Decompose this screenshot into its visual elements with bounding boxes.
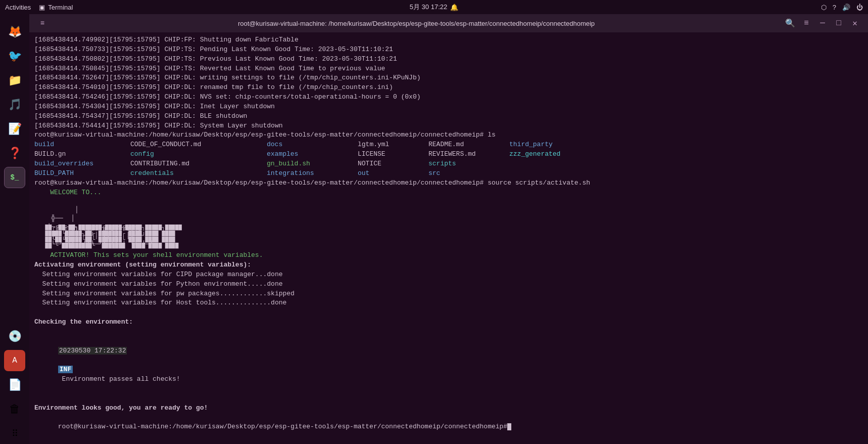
ls-prompt: root@kurisaw-virtual-machine:/home/kuris… [34,131,496,139]
file-license: LICENSE [358,150,428,159]
activator-line: ACTIVATOR! This sets your shell environm… [34,251,863,260]
blank-line-3 [34,394,863,404]
file-list-row-4: BUILD_PATH credentials integrations out … [34,169,863,179]
final-prompt-line: root@kurisaw-virtual-machine:/home/kuris… [34,413,863,442]
file-credentials: credentials [130,169,267,179]
env-looks-line: Environment looks good, you are ready to… [34,404,863,413]
env-host-line: Setting environment variables for Host t… [34,298,863,308]
log-line-2: [1685438414.750733][15795:15795] CHIP:TS… [34,45,863,55]
taskbar-thunderbird[interactable]: 🐦 [4,46,25,67]
activating-env-line: Activating environment (setting environm… [34,260,863,270]
checking-bold-text: Checking the environment: [34,318,133,326]
taskbar-writer[interactable]: 📄 [4,374,25,395]
taskbar: 🦊 🐦 📁 🎵 📝 ❓ $_ 💿 A 📄 🗑 ⠿ [0,0,29,444]
terminal-window: ≡ root@kurisaw-virtual-machine: /home/ku… [29,14,868,444]
taskbar-disk[interactable]: 💿 [4,326,25,347]
terminal-menu-icon[interactable]: ≡ [35,16,50,30]
log-line-9: [1685438414.754347][15795:15795] CHIP:DL… [34,112,863,121]
terminal-content[interactable]: [1685438414.749902][15795:15795] CHIP:FP… [29,32,868,444]
terminal-maximize-button[interactable]: □ [832,16,846,30]
env-looks-text: Environment looks good, you are ready to… [34,404,208,412]
taskbar-files[interactable]: 📁 [4,70,25,91]
power-icon[interactable]: ⏻ [856,4,863,11]
file-lgtm: lgtm.yml [358,140,428,150]
wifi-icon[interactable]: ? [833,4,836,11]
file-build-gn: BUILD.gn [34,150,130,159]
taskbar-trash[interactable]: 🗑 [4,398,25,420]
log-line-6: [1685438414.754010][15795:15795] CHIP:DL… [34,83,863,93]
terminal-minimize-button[interactable]: ─ [815,16,830,30]
file-third-party: third_party [509,140,590,150]
file-examples: examples [267,150,358,159]
file-notice: NOTICE [358,159,428,169]
env-check-text: Environment passes all checks! [58,375,180,383]
terminal-controls: 🔍 ≡ ─ □ ✕ [783,16,862,30]
topbar: Activities ▣ Terminal 5月 30 17:22 🔔 ⬡ ? … [0,0,868,14]
taskbar-rhythmbox[interactable]: 🎵 [4,94,25,115]
file-list-row-3: build_overrides CONTRIBUTING.md gn_build… [34,159,863,169]
final-prompt-text: root@kurisaw-virtual-machine:/home/kuris… [58,423,507,430]
env-pw-line: Setting environment variables for pw pac… [34,289,863,299]
file-build: build [34,140,130,150]
art-line-1: │ [39,206,193,213]
clock-text: 5月 30 17:22 [410,3,447,12]
terminal-taskbar-label: Terminal [48,4,73,11]
taskbar-help[interactable]: ❓ [4,143,25,164]
terminal-menu-button[interactable]: ≡ [799,16,813,30]
log-line-5: [1685438414.752647][15795:15795] CHIP:DL… [34,73,863,83]
welcome-line: WELCOME TO... [34,188,863,198]
terminal-close-button[interactable]: ✕ [848,16,862,30]
taskbar-libreoffice[interactable]: 📝 [4,118,25,140]
art-line-2: ╬── │ [39,214,189,222]
topbar-right: ⬡ ? 🔊 ⏻ [821,4,863,11]
inf-badge: INF [58,366,73,373]
env-cipd-line: Setting environment variables for CIPD p… [34,270,863,280]
clock-widget: 5月 30 17:22 🔔 [410,3,458,12]
activating-bold-text: Activating environment (setting environm… [34,261,251,269]
cursor [507,423,511,430]
activities-button[interactable]: Activities [5,4,31,11]
file-out: out [358,169,428,179]
speaker-icon[interactable]: 🔊 [842,4,850,11]
file-readme: README.md [428,140,509,150]
file-scripts: scripts [428,159,509,169]
file-zzz: zzz_generated [509,150,590,159]
taskbar-grid[interactable]: ⠿ [4,423,25,444]
env-python-line: Setting environment variables for Python… [34,280,863,289]
log-line-1: [1685438414.749902][15795:15795] CHIP:FP… [34,35,863,45]
log-line-10: [1685438414.754414][15795:15795] CHIP:DL… [34,121,863,131]
log-line-4: [1685438414.750845][15795:15795] CHIP:TS… [34,64,863,74]
blank-line-2 [34,327,863,337]
terminal-title: root@kurisaw-virtual-machine: /home/kuri… [50,20,783,27]
taskbar-appstore[interactable]: A [4,350,25,371]
terminal-search-button[interactable]: 🔍 [783,16,797,30]
terminal-taskbar-item[interactable]: ▣ Terminal [39,4,73,11]
file-code-of-conduct: CODE_OF_CONDUCT.md [130,140,267,150]
file-list-row-1: build CODE_OF_CONDUCT.md docs lgtm.yml R… [34,140,863,150]
log-line-3: [1685438414.750802][15795:15795] CHIP:TS… [34,55,863,64]
bluetooth-icon[interactable]: ⬡ [821,4,827,11]
file-list-row-2: BUILD.gn config examples LICENSE REVIEWE… [34,150,863,159]
source-command-line: root@kurisaw-virtual-machine:/home/kuris… [34,179,863,188]
env-check-line: 20230530 17:22:32 INF Environment passes… [34,337,863,394]
file-build-overrides: build_overrides [34,159,130,169]
file-integrations: integrations [267,169,358,179]
log-line-7: [1685438414.754246][15795:15795] CHIP:DL… [34,93,863,102]
taskbar-firefox[interactable]: 🦊 [4,21,25,42]
bell-icon[interactable]: 🔔 [450,4,458,11]
file-gn-build: gn_build.sh [267,159,358,169]
file-src: src [428,169,509,179]
file-contributing: CONTRIBUTING.md [130,159,267,169]
terminal-titlebar: ≡ root@kurisaw-virtual-machine: /home/ku… [29,14,868,32]
ls-command-line: root@kurisaw-virtual-machine:/home/kuris… [34,130,863,140]
blank-line [34,308,863,318]
taskbar-terminal[interactable]: $_ [4,167,25,188]
file-reviewers: REVIEWERS.md [428,150,509,159]
file-build-path: BUILD_PATH [34,169,130,179]
log-line-8: [1685438414.754304][15795:15795] CHIP:DL… [34,102,863,112]
checking-env-line: Checking the environment: [34,318,863,327]
file-docs: docs [267,140,358,150]
file-config: config [130,150,267,159]
terminal-window-icon: ▣ [39,4,45,11]
timestamp-text: 20230530 17:22:32 [58,347,127,354]
